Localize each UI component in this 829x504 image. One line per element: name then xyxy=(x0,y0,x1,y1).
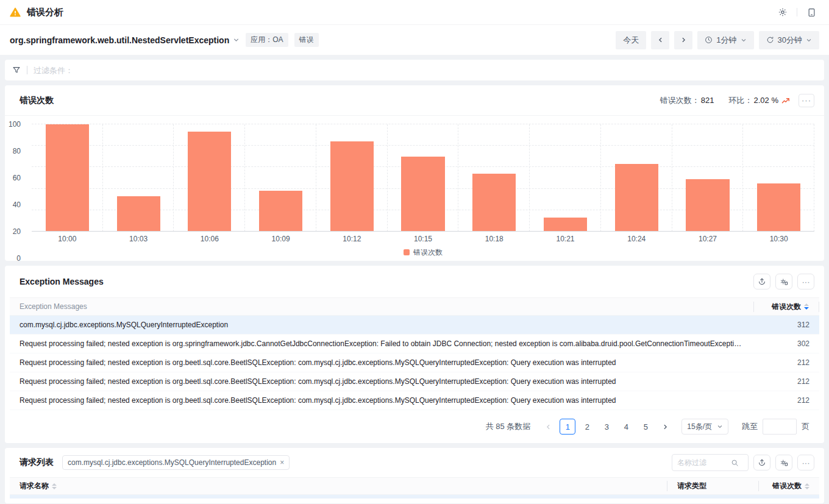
gear-icon xyxy=(778,7,788,17)
request-more-button[interactable]: ··· xyxy=(797,455,814,470)
jump-page-input[interactable] xyxy=(763,419,797,435)
x-tick-label: 10:24 xyxy=(601,235,672,243)
table-row[interactable]: Request processing failed; nested except… xyxy=(10,372,819,391)
chevron-right-icon xyxy=(680,37,687,43)
bar-10:12[interactable] xyxy=(330,141,374,232)
header-divider xyxy=(797,8,797,16)
request-column-settings-button[interactable] xyxy=(775,455,792,470)
close-icon[interactable]: × xyxy=(280,458,284,467)
more-button[interactable]: ··· xyxy=(797,274,814,289)
chart-title: 错误次数 xyxy=(20,95,54,106)
x-tick-label: 10:15 xyxy=(388,235,459,243)
y-tick-label: 100 xyxy=(9,120,21,129)
col-request-error-count[interactable]: 错误次数 xyxy=(758,481,819,491)
bar-10:06[interactable] xyxy=(188,132,231,232)
y-tick-label: 40 xyxy=(13,201,21,209)
col-request-type[interactable]: 请求类型 xyxy=(667,481,758,491)
row-message: Request processing failed; nested except… xyxy=(10,377,753,386)
refresh-interval-select[interactable]: 30分钟 xyxy=(759,31,819,49)
chevron-left-icon xyxy=(657,37,664,43)
refresh-icon xyxy=(766,36,774,44)
export-icon xyxy=(758,277,766,286)
bar-chart: 020406080100 10:0010:0310:0610:0910:1210… xyxy=(5,116,824,258)
bar-10:18[interactable] xyxy=(472,174,516,232)
doc-button[interactable] xyxy=(803,4,819,20)
page-button-3[interactable]: 3 xyxy=(599,419,614,435)
bar-10:21[interactable] xyxy=(544,218,587,232)
gear-doc-icon xyxy=(780,277,788,286)
x-tick-label: 10:06 xyxy=(174,235,245,243)
tablet-icon xyxy=(807,8,816,17)
refresh-value: 30分钟 xyxy=(778,35,802,46)
col-request-name[interactable]: 请求名称 xyxy=(10,481,667,491)
next-time-button[interactable] xyxy=(674,31,692,49)
x-tick-label: 10:00 xyxy=(32,235,103,243)
bar-10:09[interactable] xyxy=(259,191,302,232)
legend-label: 错误次数 xyxy=(413,247,443,258)
table-row[interactable]: com.mysql.cj.jdbc.exceptions.MySQLQueryI… xyxy=(10,316,819,335)
request-list-card: 请求列表 com.mysql.cj.jdbc.exceptions.MySQLQ… xyxy=(5,448,824,503)
today-button[interactable]: 今天 xyxy=(616,31,646,49)
x-tick-label: 10:03 xyxy=(103,235,174,243)
table-row[interactable]: Request processing failed; nested except… xyxy=(10,353,819,372)
search-input[interactable] xyxy=(677,458,731,467)
table-row[interactable]: Request processing failed; nested except… xyxy=(10,335,819,353)
sort-icon[interactable] xyxy=(805,483,809,489)
x-tick-label: 10:27 xyxy=(672,235,744,243)
page-size-select[interactable]: 15条/页 xyxy=(681,419,728,435)
bar-10:30[interactable] xyxy=(757,183,800,232)
y-axis: 020406080100 xyxy=(5,124,27,258)
sub-header: org.springframework.web.util.NestedServl… xyxy=(0,24,829,55)
exception-table: Exception Messages 错误次数 com.mysql.cj.jdb… xyxy=(10,297,819,410)
row-count: 212 xyxy=(753,358,819,367)
bar-10:03[interactable] xyxy=(117,196,160,232)
bar-10:15[interactable] xyxy=(401,157,444,232)
request-filter-tag[interactable]: com.mysql.cj.jdbc.exceptions.MySQLQueryI… xyxy=(62,455,290,470)
page-button-5[interactable]: 5 xyxy=(638,419,653,435)
chevron-right-icon xyxy=(662,424,669,430)
chevron-left-icon xyxy=(545,424,552,430)
request-export-button[interactable] xyxy=(753,455,770,470)
page-button-1[interactable]: 1 xyxy=(560,419,575,435)
column-settings-button[interactable] xyxy=(775,274,792,289)
legend-marker-icon xyxy=(404,249,410,255)
chevron-down-icon[interactable] xyxy=(233,37,240,43)
prev-time-button[interactable] xyxy=(651,31,669,49)
chart-legend[interactable]: 错误次数 xyxy=(32,246,814,258)
export-button[interactable] xyxy=(753,274,770,289)
clock-icon xyxy=(705,36,713,44)
interval-select[interactable]: 1分钟 xyxy=(697,31,753,49)
filter-bar[interactable] xyxy=(5,60,824,80)
col-error-count[interactable]: 错误次数 xyxy=(753,302,819,312)
settings-button[interactable] xyxy=(775,4,791,20)
sort-icon[interactable] xyxy=(804,303,809,310)
col-exception-messages[interactable]: Exception Messages xyxy=(10,302,753,311)
page-size-value: 15条/页 xyxy=(687,422,712,432)
pagination-total: 共 85 条数据 xyxy=(486,421,531,432)
trend-up-icon xyxy=(781,97,790,104)
bar-10:27[interactable] xyxy=(686,179,729,232)
page-button-2[interactable]: 2 xyxy=(579,419,595,435)
pagination-prev-button[interactable] xyxy=(540,419,556,435)
page-title: 错误分析 xyxy=(27,7,63,18)
type-tag: 错误 xyxy=(294,33,319,47)
chart-more-button[interactable]: ··· xyxy=(799,94,814,107)
filter-input[interactable] xyxy=(34,66,817,75)
exception-name-select[interactable]: org.springframework.web.util.NestedServl… xyxy=(10,35,229,45)
stat-ratio: 环比：2.02 % xyxy=(729,95,790,106)
stat-error-count: 错误次数：821 xyxy=(660,95,714,106)
page-button-4[interactable]: 4 xyxy=(618,419,634,435)
table-row[interactable] xyxy=(10,495,819,499)
export-icon xyxy=(758,458,766,467)
table-row[interactable]: Request processing failed; nested except… xyxy=(10,391,819,410)
bar-10:24[interactable] xyxy=(615,164,658,232)
warning-icon xyxy=(10,7,21,18)
row-count: 212 xyxy=(753,396,819,405)
bar-10:00[interactable] xyxy=(46,124,89,232)
pagination-next-button[interactable] xyxy=(657,419,673,435)
row-message: Request processing failed; nested except… xyxy=(10,339,753,348)
y-tick-label: 80 xyxy=(13,147,21,155)
request-search-box[interactable] xyxy=(672,454,749,471)
x-tick-label: 10:09 xyxy=(245,235,316,243)
sort-icon[interactable] xyxy=(52,483,57,489)
